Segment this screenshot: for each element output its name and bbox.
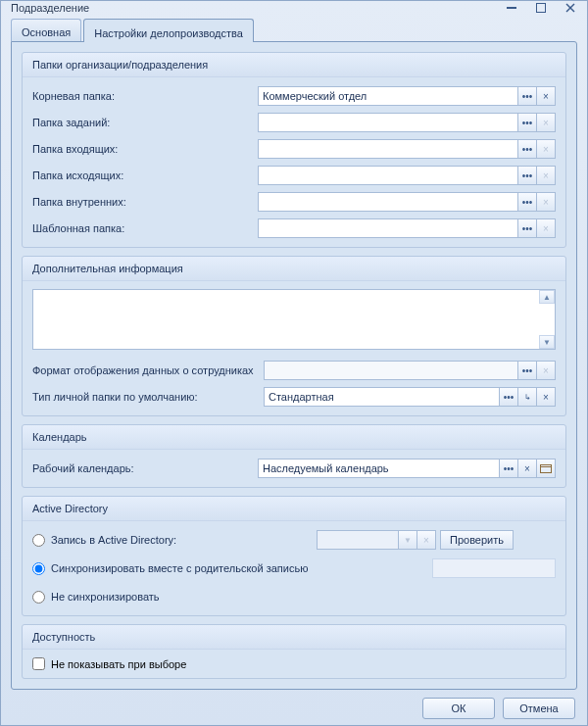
emp-format-label: Формат отображения данных о сотрудниках	[32, 364, 264, 376]
hide-on-select-checkbox[interactable]	[32, 657, 45, 670]
folder-type-nav-button[interactable]: ↳	[517, 387, 537, 407]
dots-icon: •••	[522, 197, 533, 208]
work-calendar-edit-button[interactable]	[536, 459, 556, 478]
group-folders-header: Папки организации/подразделения	[23, 53, 565, 77]
tasks-folder-input[interactable]	[258, 113, 518, 132]
internal-folder-browse-button[interactable]: •••	[517, 192, 537, 212]
additional-info-textarea[interactable]	[32, 289, 556, 350]
arrow-icon: ↳	[524, 393, 531, 402]
minimize-button[interactable]	[503, 1, 520, 15]
tab-workflow-settings[interactable]: Настройки делопроизводства	[83, 19, 254, 42]
root-folder-browse-button[interactable]: •••	[517, 86, 537, 106]
ad-no-sync-radio[interactable]	[32, 591, 45, 604]
cancel-button[interactable]: Отмена	[503, 698, 575, 719]
template-folder-label: Шаблонная папка:	[32, 222, 258, 234]
tab-main[interactable]: Основная	[11, 19, 81, 41]
template-folder-input[interactable]	[258, 218, 518, 238]
svg-rect-0	[507, 7, 516, 9]
ok-button[interactable]: ОК	[422, 698, 495, 719]
incoming-folder-browse-button[interactable]: •••	[517, 139, 537, 159]
dots-icon: •••	[522, 118, 533, 128]
calendar-icon	[540, 463, 552, 473]
dots-icon: •••	[522, 91, 533, 102]
close-icon: ×	[543, 170, 549, 181]
incoming-folder-label: Папка входящих:	[32, 143, 258, 155]
dots-icon: •••	[504, 392, 514, 403]
folder-type-clear-button[interactable]: ×	[536, 387, 556, 407]
work-calendar-clear-button[interactable]: ×	[517, 459, 537, 478]
close-icon: ×	[423, 535, 429, 546]
group-active-directory: Active Directory Запись в Active Directo…	[22, 496, 566, 616]
close-icon: ×	[543, 392, 549, 403]
folder-type-label: Тип личной папки по умолчанию:	[32, 391, 264, 403]
group-folders: Папки организации/подразделения Корневая…	[22, 52, 566, 248]
internal-folder-clear-button[interactable]: ×	[536, 192, 556, 212]
window-title: Подразделение	[11, 2, 491, 14]
group-calendar: Календарь Рабочий календарь: ••• ×	[22, 424, 566, 488]
outgoing-folder-browse-button[interactable]: •••	[517, 166, 537, 185]
folder-type-browse-button[interactable]: •••	[499, 387, 518, 407]
scroll-down-button[interactable]: ▼	[539, 335, 555, 349]
ad-sync-parent-radio[interactable]	[32, 562, 45, 575]
outgoing-folder-input[interactable]	[258, 166, 518, 185]
root-folder-input[interactable]	[258, 86, 518, 106]
dots-icon: •••	[522, 365, 533, 376]
close-icon: ×	[543, 197, 549, 208]
close-icon: ×	[543, 144, 549, 155]
incoming-folder-clear-button[interactable]: ×	[536, 139, 556, 159]
svg-rect-4	[541, 465, 552, 473]
tasks-folder-browse-button[interactable]: •••	[517, 113, 537, 132]
maximize-button[interactable]	[532, 1, 550, 15]
outgoing-folder-clear-button[interactable]: ×	[536, 166, 556, 185]
dialog-buttons: ОК Отмена	[11, 690, 577, 719]
window-body: Основная Настройки делопроизводства Папк…	[1, 15, 587, 726]
template-folder-clear-button[interactable]: ×	[536, 218, 556, 238]
close-icon: ×	[543, 365, 549, 376]
internal-folder-label: Папка внутренних:	[32, 196, 258, 208]
close-icon: ×	[543, 91, 549, 102]
root-folder-label: Корневая папка:	[32, 90, 258, 102]
ad-sync-parent-input	[432, 558, 556, 578]
tasks-folder-clear-button[interactable]: ×	[536, 113, 556, 132]
dots-icon: •••	[522, 223, 533, 234]
ad-entry-combo-dropdown: ▼	[398, 530, 417, 550]
close-icon: ×	[543, 223, 549, 234]
group-ad-header: Active Directory	[23, 497, 565, 521]
svg-rect-1	[537, 4, 546, 13]
folder-type-input[interactable]	[264, 387, 500, 407]
dots-icon: •••	[522, 170, 533, 181]
ad-entry-label: Запись в Active Directory:	[51, 534, 176, 546]
chevron-down-icon: ▼	[404, 536, 412, 545]
group-availability: Доступность Не показывать при выборе	[22, 624, 566, 679]
ad-entry-combo-clear: ×	[416, 530, 436, 550]
group-calendar-header: Календарь	[23, 425, 565, 450]
outgoing-folder-label: Папка исходящих:	[32, 169, 258, 181]
ad-entry-radio[interactable]	[32, 534, 45, 547]
tasks-folder-label: Папка заданий:	[32, 117, 258, 128]
ad-sync-parent-label: Синхронизировать вместе с родительской з…	[51, 562, 308, 574]
emp-format-browse-button[interactable]: •••	[517, 361, 537, 380]
work-calendar-label: Рабочий календарь:	[32, 462, 258, 474]
work-calendar-browse-button[interactable]: •••	[499, 459, 518, 478]
internal-folder-input[interactable]	[258, 192, 518, 212]
ad-check-button[interactable]: Проверить	[440, 530, 514, 550]
group-availability-header: Доступность	[23, 625, 565, 650]
scroll-up-button[interactable]: ▲	[539, 290, 555, 304]
emp-format-input[interactable]	[264, 361, 518, 380]
template-folder-browse-button[interactable]: •••	[517, 218, 537, 238]
tab-page: Папки организации/подразделения Корневая…	[11, 41, 577, 690]
group-additional-header: Дополнительная информация	[23, 257, 565, 281]
group-additional: Дополнительная информация ▲ ▼ Формат ото…	[22, 256, 566, 416]
close-icon: ×	[524, 463, 530, 474]
window: Подразделение Основная Настройки делопро…	[0, 0, 588, 726]
emp-format-clear-button[interactable]: ×	[536, 361, 556, 380]
titlebar: Подразделение	[1, 1, 587, 15]
dots-icon: •••	[504, 463, 514, 474]
incoming-folder-input[interactable]	[258, 139, 518, 159]
close-button[interactable]	[562, 1, 579, 15]
work-calendar-input[interactable]	[258, 459, 500, 478]
ad-no-sync-label: Не синхронизировать	[51, 591, 160, 603]
root-folder-clear-button[interactable]: ×	[536, 86, 556, 106]
close-icon: ×	[543, 118, 549, 128]
ad-entry-combo-input	[317, 530, 399, 550]
